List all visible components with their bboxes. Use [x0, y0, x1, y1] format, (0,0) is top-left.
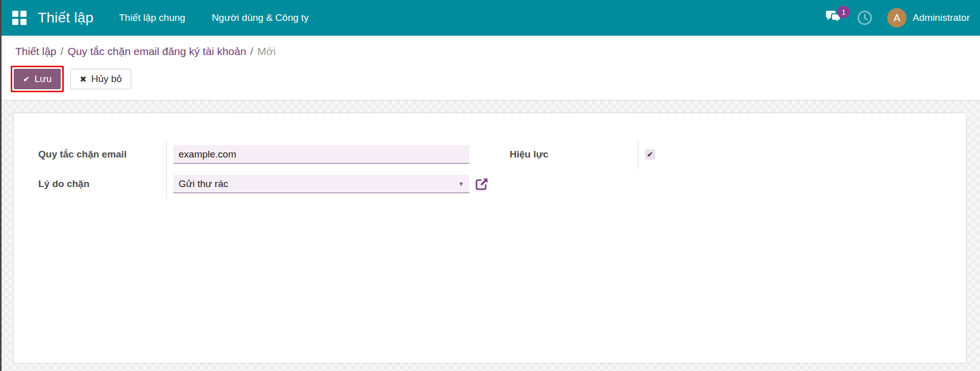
breadcrumb-link-email-blacklist-rules[interactable]: Quy tắc chặn email đăng ký tài khoản [67, 45, 246, 57]
avatar: A [887, 8, 907, 28]
checkbox-check-icon: ✔ [647, 150, 653, 158]
open-record-button[interactable] [475, 177, 489, 191]
apps-square [12, 19, 18, 25]
apps-square [12, 11, 18, 17]
form-left-column: Quy tắc chặn email Lý do chặn Gửi thư rá… [38, 140, 489, 199]
user-name: Administrator [913, 12, 970, 23]
message-count-badge: 1 [837, 6, 850, 18]
email-rule-label: Quy tắc chặn email [38, 149, 166, 160]
block-reason-label: Lý do chặn [38, 178, 166, 190]
save-button[interactable]: ✔Lưu [14, 69, 61, 89]
block-reason-widget: Gửi thư rác ▼ [173, 175, 489, 193]
clock-icon [857, 10, 873, 26]
apps-square [20, 19, 27, 25]
navbar-right: 1 A Administrator [825, 8, 970, 28]
discard-button[interactable]: ✖Hủy bỏ [70, 69, 131, 89]
field-row-email-rule: Quy tắc chặn email [38, 140, 489, 169]
active-checkbox[interactable]: ✔ [645, 149, 655, 160]
block-reason-value: Gửi thư rác [179, 178, 228, 190]
field-row-active: Hiệu lực ✔ [510, 140, 942, 169]
menu-users-companies[interactable]: Người dùng & Công ty [211, 9, 310, 26]
apps-menu-icon[interactable] [12, 11, 27, 25]
check-icon: ✔ [23, 74, 30, 84]
menu-general-settings[interactable]: Thiết lập chung [118, 9, 186, 26]
block-reason-cell: Gửi thư rác ▼ [166, 169, 489, 199]
email-rule-cell [166, 140, 489, 169]
content-area: Quy tắc chặn email Lý do chặn Gửi thư rá… [0, 100, 980, 371]
form-group: Quy tắc chặn email Lý do chặn Gửi thư rá… [38, 140, 942, 199]
caret-down-icon: ▼ [458, 180, 464, 188]
active-cell: ✔ [638, 140, 942, 169]
form-buttons: ✔Lưu ✖Hủy bỏ [11, 66, 980, 92]
breadcrumb: Thiết lập/Quy tắc chặn email đăng ký tài… [15, 44, 980, 59]
form-right-column: Hiệu lực ✔ [510, 140, 942, 199]
form-sheet: Quy tắc chặn email Lý do chặn Gửi thư rá… [13, 113, 967, 363]
email-rule-input[interactable] [173, 145, 469, 164]
active-label: Hiệu lực [510, 149, 638, 160]
breadcrumb-current: Mới [257, 45, 275, 57]
save-button-highlight-box: ✔Lưu [11, 66, 64, 92]
top-navbar: Thiết lập Thiết lập chung Người dùng & C… [0, 0, 980, 36]
window-left-edge [0, 0, 2, 371]
activities-button[interactable] [857, 10, 873, 26]
breadcrumb-separator: / [250, 45, 254, 57]
messages-button[interactable]: 1 [825, 10, 842, 25]
save-button-label: Lưu [34, 73, 52, 85]
block-reason-dropdown[interactable]: Gửi thư rác ▼ [173, 175, 469, 193]
control-panel: Thiết lập/Quy tắc chặn email đăng ký tài… [0, 36, 980, 100]
user-menu[interactable]: A Administrator [887, 8, 970, 28]
external-link-icon [475, 177, 489, 191]
breadcrumb-link-settings[interactable]: Thiết lập [15, 45, 57, 57]
breadcrumb-separator: / [61, 45, 64, 57]
app-brand-title[interactable]: Thiết lập [38, 10, 93, 26]
discard-button-label: Hủy bỏ [91, 73, 122, 85]
times-icon: ✖ [80, 74, 86, 84]
apps-square [20, 11, 27, 17]
field-row-block-reason: Lý do chặn Gửi thư rác ▼ [38, 169, 489, 199]
navbar-menu: Thiết lập chung Người dùng & Công ty [118, 9, 310, 26]
